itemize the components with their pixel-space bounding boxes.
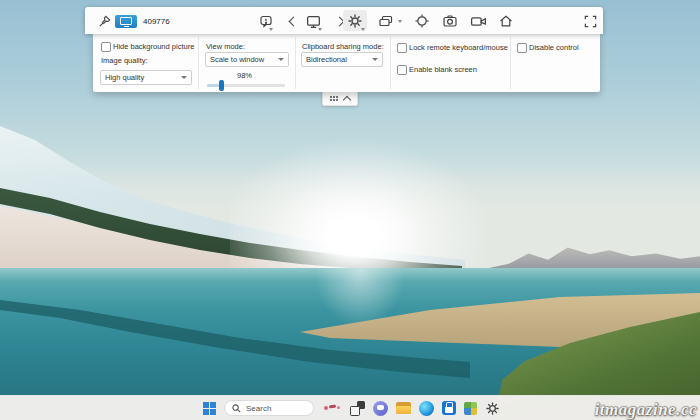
- panel-divider: [295, 37, 296, 89]
- lock-remote-keyboard-label: Lock remote keyboard/mouse: [409, 43, 508, 52]
- drag-grip-icon: [330, 96, 338, 102]
- enable-blank-screen-checkbox[interactable]: [397, 65, 407, 75]
- fullscreen-icon[interactable]: [581, 12, 599, 30]
- watermark: itmagazine.cc: [595, 400, 697, 420]
- task-view-icon[interactable]: [350, 401, 365, 416]
- clipboard-mode-label: Clipboard sharing mode:: [302, 42, 384, 51]
- search-input[interactable]: Search: [224, 400, 314, 416]
- enable-blank-screen-label: Enable blank screen: [409, 65, 477, 74]
- session-settings-panel: Hide background picture Image quality: H…: [93, 34, 600, 92]
- monitor-caret-icon: [318, 28, 322, 31]
- panel-divider: [390, 37, 391, 89]
- file-explorer-icon[interactable]: [396, 402, 411, 414]
- settings-app-icon[interactable]: [485, 401, 500, 416]
- green-app-icon[interactable]: [464, 402, 477, 415]
- record-video-icon[interactable]: [469, 12, 487, 30]
- view-mode-label: View mode:: [206, 42, 245, 51]
- device-badge-icon: [115, 15, 137, 28]
- panel-divider: [510, 37, 511, 89]
- widget-icon[interactable]: [322, 402, 342, 414]
- chevron-up-icon: [343, 95, 351, 103]
- start-icon[interactable]: [203, 402, 216, 415]
- device-id: 409776: [143, 17, 170, 26]
- microsoft-store-icon[interactable]: [442, 401, 456, 415]
- hide-background-checkbox[interactable]: [101, 42, 111, 52]
- prev-monitor-icon[interactable]: [284, 12, 302, 30]
- zoom-percent-value: 98%: [237, 71, 252, 80]
- hide-background-label: Hide background picture: [113, 42, 194, 51]
- clipboard-mode-dropdown[interactable]: Bidirectional: [301, 52, 383, 67]
- settings-caret-icon: [361, 28, 365, 31]
- screenshot-camera-icon[interactable]: [441, 12, 459, 30]
- disable-control-label: Disable control: [529, 43, 579, 52]
- image-quality-dropdown[interactable]: High quality: [100, 70, 192, 85]
- home-icon[interactable]: [497, 12, 515, 30]
- view-mode-dropdown[interactable]: Scale to window: [205, 52, 289, 67]
- panel-divider: [198, 37, 199, 89]
- search-icon: [232, 404, 241, 413]
- remote-session-toolbar: 409776: [85, 7, 603, 34]
- pin-icon[interactable]: [95, 12, 113, 30]
- toolbar-collapse-handle[interactable]: [322, 91, 358, 106]
- edge-browser-icon[interactable]: [419, 401, 434, 416]
- taskbar-icon-row: Search: [203, 399, 500, 417]
- zoom-slider-handle[interactable]: [219, 80, 224, 91]
- image-quality-value: High quality: [105, 73, 144, 82]
- search-label: Search: [246, 404, 271, 413]
- clipboard-mode-value: Bidirectional: [306, 55, 347, 64]
- image-quality-label: Image quality:: [101, 56, 148, 65]
- locate-icon[interactable]: [413, 12, 431, 30]
- disable-control-checkbox[interactable]: [517, 43, 527, 53]
- lock-remote-keyboard-checkbox[interactable]: [397, 43, 407, 53]
- chat-caret-icon: [269, 28, 273, 31]
- screens-dropdown-caret-icon: [398, 20, 402, 23]
- chat-app-icon[interactable]: [373, 401, 388, 416]
- view-mode-value: Scale to window: [210, 55, 264, 64]
- screens-icon[interactable]: [377, 12, 395, 30]
